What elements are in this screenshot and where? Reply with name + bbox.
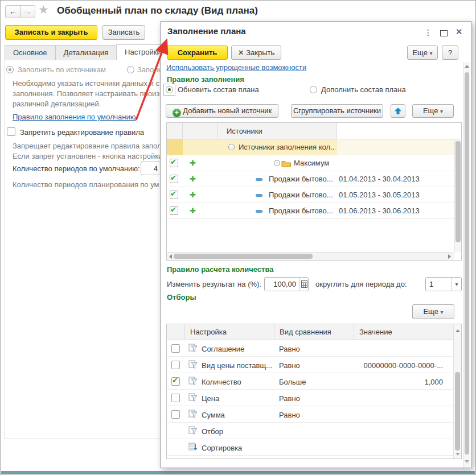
tree-row-source[interactable]: ✔ ✚ Продажи бытово... 01.05.2013 - 30.05… xyxy=(167,187,461,203)
filter-row[interactable]: Цена Равно xyxy=(167,390,453,406)
scroll-right-icon[interactable] xyxy=(448,254,451,259)
collapse-icon[interactable] xyxy=(274,160,280,166)
save-button[interactable]: Записать xyxy=(102,25,145,40)
filter-row[interactable]: Соглашение Равно xyxy=(167,340,453,357)
tab-main[interactable]: Основное xyxy=(5,45,56,60)
close-icon[interactable]: ✕ xyxy=(456,27,463,37)
update-plan-label: Обновить состав плана xyxy=(178,85,259,94)
chevron-down-icon[interactable]: ▾ xyxy=(452,278,461,291)
forbid-note-line: Если запрет установлен - кнопка настройк… xyxy=(13,152,162,160)
tree-row-root[interactable]: Источники заполнения кол... xyxy=(167,139,461,155)
radio-dot xyxy=(168,88,171,91)
default-fill-rule-link[interactable]: Правило заполнения по умолчанию xyxy=(13,113,136,121)
form-vscrollbar[interactable] xyxy=(463,62,470,468)
help-button[interactable]: ? xyxy=(442,46,458,60)
forbid-editing-checkbox[interactable] xyxy=(7,127,15,136)
move-up-button[interactable] xyxy=(391,104,405,118)
favorite-star-icon[interactable]: ★ xyxy=(38,3,49,16)
row-checkbox[interactable]: ✔ xyxy=(170,206,178,215)
row-checkbox[interactable] xyxy=(171,410,180,419)
tree-row-source[interactable]: ✔ ✚ Продажи бытово... 01.06.2013 - 30.06… xyxy=(167,203,461,219)
scroll-left-icon[interactable] xyxy=(169,254,172,259)
filters-header-setting-col[interactable]: Настройка xyxy=(185,324,274,340)
filters-header: Отборы xyxy=(167,293,196,301)
filters-more-button[interactable]: Еще ▾ xyxy=(412,304,454,319)
row-checkbox[interactable] xyxy=(171,361,180,369)
filter-icon xyxy=(188,393,198,402)
description-line: заполнения. Позволяет настраивать произв xyxy=(13,89,163,98)
tree-hscroll-thumb[interactable] xyxy=(174,254,313,259)
maximize-icon[interactable] xyxy=(440,30,448,36)
fill-plan-dialog: Заполнение плана ⋮ ✕ Сохранить ✕ Закрыть… xyxy=(160,21,472,468)
dialog-close-button[interactable]: ✕ Закрыть xyxy=(231,46,281,60)
source-period: 01.04.2013 - 30.04.2013 xyxy=(339,175,453,183)
filter-row[interactable]: Сортировка xyxy=(167,439,453,456)
row-checkbox[interactable] xyxy=(171,394,180,402)
filter-row[interactable]: ✔ Количество Больше 1,000 xyxy=(167,373,453,390)
nav-buttons: ← → xyxy=(5,5,35,18)
row-checkbox[interactable]: ✔ xyxy=(171,377,180,386)
calculator-icon[interactable] xyxy=(299,278,309,291)
filter-row[interactable]: Отбор xyxy=(167,423,453,439)
scroll-up-icon[interactable] xyxy=(465,65,469,68)
filters-table: Настройка Вид сравнения Значение Соглаше… xyxy=(166,324,462,459)
filter-row[interactable]: Сумма Равно xyxy=(167,406,453,423)
add-source-button[interactable]: + Добавить новый источник xyxy=(166,104,278,118)
tree-vscrollbar[interactable] xyxy=(454,139,461,252)
tree-vscroll-thumb[interactable] xyxy=(456,141,461,242)
tab-detail[interactable]: Детализация xyxy=(55,45,117,60)
simplified-mode-link[interactable]: Использовать упрощенные возможности xyxy=(166,63,306,72)
chevron-down-icon: ▾ xyxy=(441,309,444,315)
plus-circle-icon: + xyxy=(173,109,181,117)
change-result-input[interactable] xyxy=(264,277,309,291)
filter-row[interactable]: Вид цены поставщ... Равно 00000000-0000-… xyxy=(167,357,453,373)
append-plan-radio[interactable] xyxy=(310,86,317,93)
filters-vscroll-thumb[interactable] xyxy=(455,372,460,451)
filters-header-value-col[interactable]: Значение xyxy=(354,324,453,340)
scroll-down-icon[interactable] xyxy=(465,460,469,463)
source-name: Продажи бытово... xyxy=(269,191,336,199)
description-line: Необходимо указать источники данных и с xyxy=(13,79,159,88)
update-plan-radio[interactable] xyxy=(166,86,173,93)
save-and-close-button[interactable]: Записать и закрыть xyxy=(5,25,97,40)
filters-header-comparison-col[interactable]: Вид сравнения xyxy=(274,324,354,340)
tree-hscrollbar[interactable] xyxy=(167,252,454,260)
scroll-up-icon[interactable] xyxy=(456,329,460,332)
periods-note: Количество периодов планирования по ум xyxy=(13,180,159,189)
check-icon: ✔ xyxy=(170,189,177,198)
group-sources-button[interactable]: Сгруппировать источники xyxy=(291,104,383,118)
change-result-label: Изменить результат на (%): xyxy=(167,280,261,288)
scroll-down-icon[interactable] xyxy=(456,453,460,456)
tree-row-source[interactable]: ✔ ✚ Продажи бытово... 01.04.2013 - 30.04… xyxy=(167,171,461,187)
calc-rule-header: Правило расчета количества xyxy=(167,265,273,274)
fill-other-radio[interactable] xyxy=(127,66,134,73)
tree-header-sources-col[interactable]: Источники xyxy=(218,123,337,139)
row-checkbox[interactable]: ✔ xyxy=(170,175,178,183)
chevron-down-icon: ▾ xyxy=(430,50,433,56)
up-arrow-icon xyxy=(394,107,402,115)
append-plan-label: Дополнить состав плана xyxy=(321,85,406,94)
back-icon[interactable]: ← xyxy=(6,6,20,18)
plus-icon: ✚ xyxy=(190,159,196,167)
dialog-title: Заполнение плана xyxy=(167,26,246,36)
row-checkbox[interactable] xyxy=(171,344,180,353)
dialog-more-button[interactable]: Еще ▾ xyxy=(407,46,438,60)
sources-more-button[interactable]: Еще ▾ xyxy=(412,104,454,118)
close-x-icon: ✕ xyxy=(238,48,244,57)
forward-icon[interactable]: → xyxy=(20,6,35,18)
source-period: 01.06.2013 - 30.06.2013 xyxy=(339,206,453,215)
round-period-select[interactable]: ▾ xyxy=(425,277,462,291)
filters-vscrollbar[interactable] xyxy=(453,324,461,459)
row-checkbox[interactable]: ✔ xyxy=(170,191,178,199)
periods-input[interactable] xyxy=(141,162,161,175)
page-title: Обобщенный план по складу (Вид плана) xyxy=(57,5,258,16)
collapse-icon[interactable] xyxy=(228,144,235,150)
form-vscroll-thumb[interactable] xyxy=(465,72,469,455)
window-bottom-strip xyxy=(1,471,475,474)
tree-row-folder[interactable]: ✔ ✚ Максимум xyxy=(167,155,461,171)
kebab-menu-icon[interactable]: ⋮ xyxy=(424,28,432,37)
dialog-save-button[interactable]: Сохранить xyxy=(167,46,228,60)
row-checkbox[interactable]: ✔ xyxy=(170,159,178,167)
source-name: Продажи бытово... xyxy=(269,175,336,183)
fill-by-sources-radio[interactable] xyxy=(6,66,14,73)
